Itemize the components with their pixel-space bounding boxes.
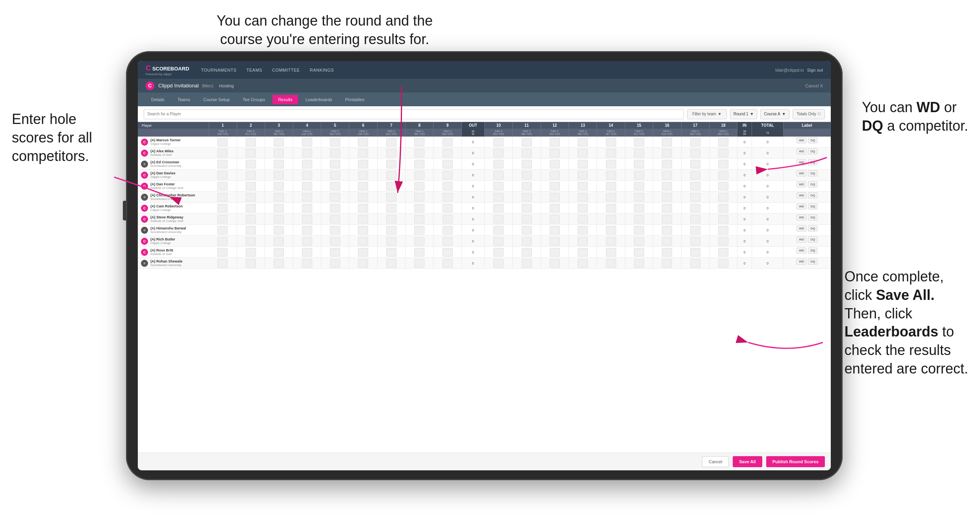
score-input-h3[interactable] (274, 237, 284, 246)
score-input-h16[interactable] (662, 237, 672, 246)
score-input-h9[interactable] (443, 193, 453, 202)
publish-round-scores-button[interactable]: Publish Round Scores (766, 456, 825, 467)
score-input-h5[interactable] (330, 248, 340, 257)
score-input-h6[interactable] (358, 138, 368, 146)
score-input-h4[interactable] (302, 193, 312, 202)
score-input-h2[interactable] (246, 138, 256, 146)
score-input-h6[interactable] (358, 160, 368, 168)
score-input-h2[interactable] (246, 160, 256, 168)
score-input-h15[interactable] (634, 237, 644, 246)
score-input-h11[interactable] (522, 215, 532, 224)
score-input-h10[interactable] (493, 182, 504, 190)
score-input-h7[interactable] (386, 215, 396, 224)
score-input-h4[interactable] (302, 215, 312, 224)
score-input-h5[interactable] (330, 259, 340, 268)
dq-button[interactable]: DQ (808, 170, 817, 176)
wd-button[interactable]: WD (797, 170, 806, 176)
score-input-h5[interactable] (330, 182, 340, 190)
score-input-h15[interactable] (634, 149, 644, 157)
dq-button[interactable]: DQ (808, 248, 817, 253)
score-input-h6[interactable] (358, 226, 368, 235)
score-input-h3[interactable] (274, 215, 284, 224)
score-input-h9[interactable] (443, 215, 453, 224)
score-input-h13[interactable] (578, 226, 588, 235)
score-input-h14[interactable] (606, 248, 616, 257)
score-input-h15[interactable] (634, 248, 644, 257)
score-input-h2[interactable] (246, 149, 256, 157)
score-input-h10[interactable] (493, 204, 504, 213)
score-input-h16[interactable] (662, 226, 672, 235)
nav-committee[interactable]: COMMITTEE (272, 68, 300, 72)
score-input-h14[interactable] (606, 204, 616, 213)
dq-button[interactable]: DQ (808, 181, 817, 187)
score-input-h7[interactable] (386, 149, 396, 157)
score-input-h8[interactable] (414, 259, 424, 268)
score-input-h12[interactable] (550, 182, 560, 190)
score-input-h15[interactable] (634, 259, 644, 268)
score-input-h1[interactable] (217, 138, 228, 146)
totals-only-toggle[interactable]: Totals Only ☐ (793, 109, 825, 119)
score-input-h6[interactable] (358, 149, 368, 157)
score-input-h6[interactable] (358, 182, 368, 190)
score-input-h14[interactable] (606, 215, 616, 224)
score-input-h2[interactable] (246, 237, 256, 246)
score-input-h10[interactable] (493, 149, 504, 157)
score-input-h12[interactable] (550, 237, 560, 246)
score-input-h7[interactable] (386, 204, 396, 213)
score-input-h17[interactable] (690, 226, 700, 235)
score-input-h7[interactable] (386, 237, 396, 246)
score-input-h17[interactable] (690, 138, 700, 146)
score-input-h15[interactable] (634, 171, 644, 179)
score-input-h16[interactable] (662, 215, 672, 224)
score-input-h18[interactable] (718, 226, 728, 235)
score-input-h17[interactable] (690, 204, 700, 213)
score-input-h12[interactable] (550, 138, 560, 146)
score-input-h10[interactable] (493, 237, 504, 246)
score-input-h6[interactable] (358, 237, 368, 246)
score-input-h1[interactable] (217, 193, 228, 202)
tab-leaderboards[interactable]: Leaderboards (300, 95, 338, 104)
score-input-h7[interactable] (386, 171, 396, 179)
wd-button[interactable]: WD (797, 148, 806, 154)
score-input-h17[interactable] (690, 193, 700, 202)
score-input-h2[interactable] (246, 171, 256, 179)
score-input-h18[interactable] (718, 204, 728, 213)
dq-button[interactable]: DQ (808, 137, 817, 143)
score-input-h1[interactable] (217, 160, 228, 168)
score-input-h18[interactable] (718, 160, 728, 168)
score-input-h18[interactable] (718, 193, 728, 202)
score-input-h5[interactable] (330, 215, 340, 224)
score-input-h1[interactable] (217, 149, 228, 157)
score-input-h5[interactable] (330, 193, 340, 202)
score-input-h8[interactable] (414, 138, 424, 146)
score-input-h8[interactable] (414, 237, 424, 246)
score-input-h18[interactable] (718, 138, 728, 146)
score-input-h13[interactable] (578, 138, 588, 146)
score-input-h11[interactable] (522, 171, 532, 179)
wd-button[interactable]: WD (797, 192, 806, 198)
dq-button[interactable]: DQ (808, 226, 817, 231)
score-input-h10[interactable] (493, 215, 504, 224)
wd-button[interactable]: WD (797, 226, 806, 231)
cancel-footer-button[interactable]: Cancel (702, 456, 729, 467)
score-input-h14[interactable] (606, 138, 616, 146)
score-input-h18[interactable] (718, 171, 728, 179)
score-input-h9[interactable] (443, 204, 453, 213)
score-input-h15[interactable] (634, 193, 644, 202)
score-input-h17[interactable] (690, 237, 700, 246)
score-input-h3[interactable] (274, 171, 284, 179)
score-input-h3[interactable] (274, 248, 284, 257)
score-input-h3[interactable] (274, 182, 284, 190)
score-input-h4[interactable] (302, 259, 312, 268)
score-input-h2[interactable] (246, 259, 256, 268)
score-input-h2[interactable] (246, 204, 256, 213)
score-input-h13[interactable] (578, 237, 588, 246)
score-input-h15[interactable] (634, 226, 644, 235)
score-input-h18[interactable] (718, 248, 728, 257)
score-input-h5[interactable] (330, 237, 340, 246)
score-input-h9[interactable] (443, 182, 453, 190)
search-input[interactable] (144, 109, 684, 119)
dq-button[interactable]: DQ (808, 259, 817, 264)
dq-button[interactable]: DQ (808, 237, 817, 242)
score-input-h6[interactable] (358, 215, 368, 224)
